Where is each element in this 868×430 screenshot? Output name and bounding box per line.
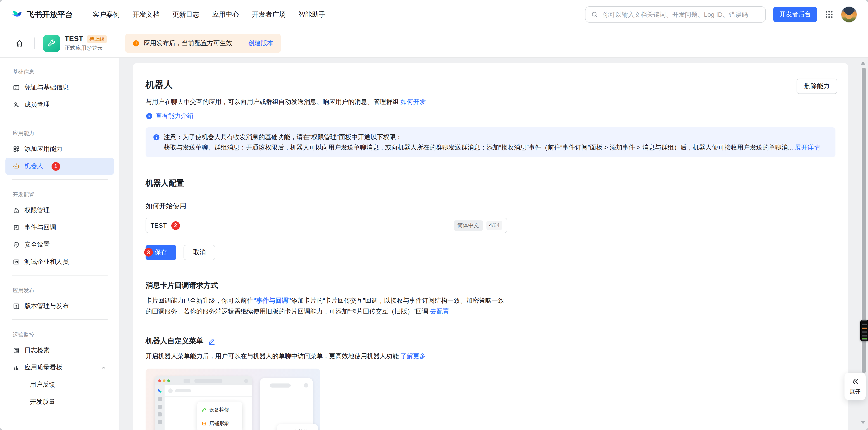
how-to-develop-link[interactable]: 如何开发: [401, 98, 426, 105]
nav-item-ai-assistant[interactable]: 智能助手: [298, 10, 326, 19]
sidebar-item-version-release[interactable]: 版本管理与发布: [5, 298, 114, 315]
sidebar-item-dev-quality[interactable]: 开发质量: [5, 393, 114, 410]
card-callback-description: 卡片回调能力已全新升级，你可以前往“事件与回调”添加卡片的“卡片回传交互”回调，…: [146, 295, 824, 317]
menu-item-shop-image[interactable]: 店铺形象: [202, 420, 238, 427]
notice-line2: 获取与发送单聊、群组消息：开通该权限后，机器人可以向用户发送单聊消息，或向机器人…: [164, 144, 795, 151]
scroll-minimap: [860, 320, 868, 341]
menu-item-device-repair[interactable]: 设备检修: [202, 406, 238, 413]
events-callbacks-link[interactable]: “事件与回调”: [253, 297, 291, 304]
play-circle-icon: [146, 112, 153, 120]
edit-menu-icon[interactable]: [208, 337, 216, 345]
save-button-label: 保存: [155, 249, 167, 257]
developer-console-button[interactable]: 开发者后台: [773, 7, 817, 22]
sidebar-divider: [12, 275, 107, 275]
sidebar-item-label: 事件与回调: [24, 224, 56, 232]
wrench-icon: [202, 407, 207, 412]
scrollbar-down-arrow[interactable]: [861, 421, 865, 424]
user-avatar[interactable]: [841, 6, 857, 23]
app-header: TEST 待上线 正式应用@龙云 应用发布后，当前配置方可生效 创建版本: [0, 29, 868, 58]
menu-item-device-repair[interactable]: 设备检修: [281, 429, 314, 430]
scrollbar-up-arrow[interactable]: [861, 61, 865, 65]
save-button[interactable]: 3 保存: [146, 245, 176, 260]
usage-input[interactable]: TEST 2 简体中文 4/64: [146, 218, 507, 233]
sidebar-section-basic-info: 基础信息: [5, 61, 114, 79]
sidebar-item-label: 成员管理: [24, 101, 50, 109]
sidebar-item-label: 安全设置: [24, 241, 50, 249]
sidebar-section-release: 应用发布: [5, 280, 114, 298]
sidebar-section-capabilities: 应用能力: [5, 123, 114, 140]
sidebar-item-label: 权限管理: [24, 206, 50, 214]
app-icon: [43, 35, 60, 52]
form-actions: 3 保存 取消: [146, 245, 835, 260]
double-chevron-left-icon: [851, 377, 859, 386]
expand-detail-link[interactable]: 展开详情: [795, 144, 820, 151]
sidebar-item-user-feedback[interactable]: 用户反馈: [5, 376, 114, 393]
global-search[interactable]: [585, 6, 766, 23]
char-count: 4: [489, 222, 492, 229]
publish-warning-banner: 应用发布后，当前配置方可生效 创建版本: [125, 34, 281, 53]
sidebar-item-add-capability[interactable]: 添加应用能力: [5, 140, 114, 158]
traffic-light-green: [167, 379, 170, 382]
usage-input-value: TEST: [151, 222, 167, 229]
content-area: 基础信息 凭证与基础信息 成员管理 应用能力 添加应用能力: [0, 58, 868, 430]
app-meta: TEST 待上线 正式应用@龙云: [65, 35, 107, 52]
expand-label: 展开: [850, 388, 861, 395]
annotation-badge-3: 3: [144, 248, 153, 257]
mock-app-logo: [157, 388, 162, 393]
nav-menu: 客户案例 开发文档 更新日志 应用中心 开发者广场 智能助手: [93, 10, 326, 19]
nav-item-customer-cases[interactable]: 客户案例: [93, 10, 120, 19]
nav-item-dev-docs[interactable]: 开发文档: [132, 10, 160, 19]
sidebar-item-log-search[interactable]: 日志检索: [5, 342, 114, 359]
sidebar-item-label: 版本管理与发布: [24, 302, 69, 310]
sidebar-item-events-callbacks[interactable]: 事件与回调: [5, 219, 114, 236]
top-nav: 飞书开放平台 客户案例 开发文档 更新日志 应用中心 开发者广场 智能助手 开发…: [0, 0, 868, 29]
char-max: /64: [492, 222, 500, 229]
create-version-link[interactable]: 创建版本: [248, 39, 274, 47]
page-title: 机器人: [146, 78, 835, 91]
sidebar-item-credentials[interactable]: 凭证与基础信息: [5, 79, 114, 96]
apps-grid-icon[interactable]: [825, 10, 834, 19]
sidebar-divider: [12, 319, 107, 320]
delete-capability-button[interactable]: 删除能力: [797, 78, 837, 94]
nav-item-changelog[interactable]: 更新日志: [172, 10, 199, 19]
nav-item-app-center[interactable]: 应用中心: [212, 10, 239, 19]
mock-pill: [194, 379, 222, 383]
sidebar-item-permission-management[interactable]: 权限管理: [5, 202, 114, 219]
capability-intro-link[interactable]: 查看能力介绍: [146, 112, 193, 120]
expand-panel-button[interactable]: 展开: [844, 373, 866, 400]
brand[interactable]: 飞书开放平台: [11, 8, 73, 20]
app-subtitle: 正式应用@龙云: [65, 44, 107, 52]
sidebar-item-security-settings[interactable]: 安全设置: [5, 236, 114, 254]
chevron-up-icon[interactable]: [100, 364, 107, 371]
storefront-icon: [202, 421, 207, 426]
capability-intro-label: 查看能力介绍: [156, 112, 193, 120]
sidebar-item-member-management[interactable]: 成员管理: [5, 96, 114, 113]
search-input[interactable]: [602, 10, 760, 19]
brand-title: 飞书开放平台: [27, 9, 73, 20]
sidebar-item-label: 凭证与基础信息: [24, 84, 69, 92]
menu-preview-image: 设备检修 店铺形象: [146, 369, 320, 430]
card-callback-title: 消息卡片回调请求方式: [146, 281, 835, 291]
custom-menu-title: 机器人自定义菜单: [146, 336, 204, 346]
sidebar-item-quality-dashboard[interactable]: 应用质量看板: [5, 359, 114, 376]
sidebar-item-bot[interactable]: 机器人 1: [5, 158, 114, 175]
go-configure-link[interactable]: 去配置: [430, 307, 449, 315]
mock-titlebar: [155, 376, 252, 385]
home-button[interactable]: [13, 37, 26, 50]
notice-line1: 注意：为了使机器人具有收发消息的基础功能，请在“权限管理”面板中开通以下权限：: [164, 132, 402, 142]
cancel-button[interactable]: 取消: [184, 245, 215, 260]
nav-item-developer-plaza[interactable]: 开发者广场: [252, 10, 286, 19]
learn-more-link[interactable]: 了解更多: [401, 352, 426, 360]
char-counter: 4/64: [486, 221, 502, 230]
sidebar-item-test-company-users[interactable]: 测试企业和人员: [5, 254, 114, 270]
mock-tab: [184, 379, 190, 383]
sidebar-item-label: 开发质量: [30, 398, 55, 406]
info-icon: [153, 133, 160, 141]
callback-text: 添加卡片的“卡片回传交互”回调，以接收与事件订阅结构一致、加密策略一致: [291, 297, 504, 304]
callback-text: 卡片回调能力已全新升级，你可以前往: [146, 297, 253, 304]
banner-text: 应用发布后，当前配置方可生效: [144, 39, 232, 47]
sidebar-section-dev-config: 开发配置: [5, 184, 114, 202]
bot-config-title: 机器人配置: [146, 178, 835, 188]
feishu-open-platform-page: 飞书开放平台 客户案例 开发文档 更新日志 应用中心 开发者广场 智能助手 开发…: [0, 0, 868, 430]
language-tag[interactable]: 简体中文: [454, 220, 483, 231]
